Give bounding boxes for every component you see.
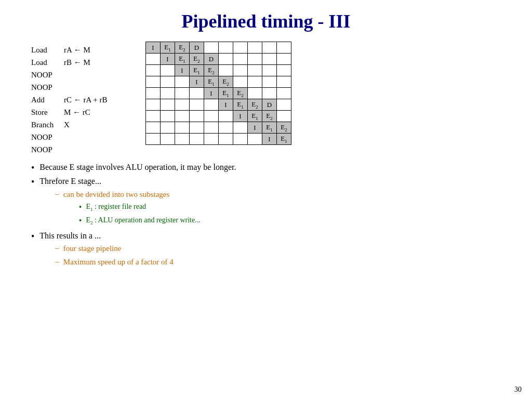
pipeline-cell: E2 bbox=[277, 122, 291, 134]
pipeline-cell: I bbox=[219, 99, 233, 111]
sub-bullet-item: –four stage pipeline bbox=[55, 242, 174, 255]
table-row: IE1E2 bbox=[146, 65, 291, 76]
sub-bullet-text: Maximum speed up of a factor of 4 bbox=[63, 258, 174, 266]
instruction-detail: rC ← rA + rB bbox=[64, 94, 107, 106]
pipeline-cell bbox=[190, 134, 204, 145]
instruction-row: AddrC ← rA + rB bbox=[31, 94, 135, 106]
sub-bullet-content: Maximum speed up of a factor of 4 bbox=[63, 256, 174, 269]
table-row: IE1E2D bbox=[146, 99, 291, 111]
sub-bullet-list: –four stage pipeline–Maximum speed up of… bbox=[55, 242, 174, 269]
bullet-list: •Because E stage involves ALU operation,… bbox=[31, 161, 501, 269]
pipeline-cell: E1 bbox=[219, 88, 233, 99]
pipeline-cell bbox=[233, 42, 248, 54]
bullet-item: •Because E stage involves ALU operation,… bbox=[31, 161, 501, 174]
sub-sub-dot: • bbox=[79, 201, 82, 214]
pipeline-cell bbox=[204, 111, 219, 122]
pipeline-cell bbox=[161, 134, 175, 145]
pipeline-cell bbox=[219, 111, 233, 122]
pipeline-cell: E2 bbox=[219, 76, 233, 88]
table-row: IE1E2D bbox=[146, 54, 291, 65]
sub-bullet-dash: – bbox=[55, 256, 59, 268]
instruction-name: Store bbox=[31, 106, 60, 118]
pipeline-cell bbox=[161, 76, 175, 88]
pipeline-cell bbox=[175, 88, 190, 99]
pipeline-cell bbox=[161, 99, 175, 111]
instruction-name: NOOP bbox=[31, 131, 60, 143]
pipeline-cell bbox=[248, 42, 262, 54]
instruction-row: NOOP bbox=[31, 143, 135, 156]
sub-bullet-list: –can be devided into two substages•E1 : … bbox=[55, 188, 200, 228]
pipeline-cell bbox=[219, 42, 233, 54]
pipeline-cell bbox=[262, 42, 277, 54]
pipeline-cell bbox=[175, 111, 190, 122]
pipeline-cell: D bbox=[190, 42, 204, 54]
sub-bullet-item: –can be devided into two substages•E1 : … bbox=[55, 188, 200, 228]
sub-bullet-text: can be devided into two substages bbox=[63, 190, 170, 198]
instruction-row: StoreM ← rC bbox=[31, 106, 135, 118]
bullet-text: Threfore E stage... bbox=[39, 177, 101, 185]
pipeline-cell: I bbox=[190, 76, 204, 88]
pipeline-cell: I bbox=[146, 42, 161, 54]
pipeline-cell bbox=[190, 122, 204, 134]
pipeline-cell bbox=[233, 54, 248, 65]
pipeline-cell bbox=[248, 88, 262, 99]
instruction-name: Load bbox=[31, 44, 60, 56]
sub-bullet-item: –Maximum speed up of a factor of 4 bbox=[55, 256, 174, 269]
sub-sub-text: E1 : register file read bbox=[86, 201, 146, 214]
pipeline-cell: E1 bbox=[161, 42, 175, 54]
pipeline-cell: I bbox=[204, 88, 219, 99]
pipeline-cell: E1 bbox=[190, 65, 204, 76]
instruction-row: NOOP bbox=[31, 81, 135, 94]
pipeline-cell: D bbox=[204, 54, 219, 65]
pipeline-cell: I bbox=[262, 134, 277, 145]
instruction-detail: rB ← M bbox=[64, 56, 90, 69]
sub-sub-dot: • bbox=[79, 215, 82, 228]
pipeline-cell bbox=[248, 134, 262, 145]
table-row: IE1E2 bbox=[146, 111, 291, 122]
table-row: IE1E2D bbox=[146, 42, 291, 54]
instruction-detail: X bbox=[64, 118, 70, 131]
pipeline-cell bbox=[262, 54, 277, 65]
pipeline-cell: E1 bbox=[262, 122, 277, 134]
pipeline-cell bbox=[262, 88, 277, 99]
pipeline-cell bbox=[219, 122, 233, 134]
bullet-dot: • bbox=[31, 231, 34, 243]
instruction-list: LoadrA ← MLoadrB ← MNOOPNOOPAddrC ← rA +… bbox=[31, 42, 135, 156]
instruction-name: Branch bbox=[31, 118, 60, 131]
pipeline-cell bbox=[277, 99, 291, 111]
pipeline-cell bbox=[219, 65, 233, 76]
slide: Pipelined timing - III LoadrA ← MLoadrB … bbox=[0, 0, 532, 399]
pipeline-cell: E2 bbox=[233, 88, 248, 99]
pipeline-cell: D bbox=[262, 99, 277, 111]
pipeline-cell: E2 bbox=[262, 111, 277, 122]
content-area: LoadrA ← MLoadrB ← MNOOPNOOPAddrC ← rA +… bbox=[31, 42, 501, 156]
pipeline-cell bbox=[204, 122, 219, 134]
bullet-text: This results in a ... bbox=[39, 231, 101, 240]
pipeline-cell bbox=[146, 134, 161, 145]
sub-bullet-text: four stage pipeline bbox=[63, 244, 122, 252]
pipeline-cell bbox=[146, 111, 161, 122]
pipeline-cell bbox=[146, 88, 161, 99]
instruction-name: Load bbox=[31, 56, 60, 69]
instruction-name: NOOP bbox=[31, 81, 60, 94]
table-row: IE1 bbox=[146, 134, 291, 145]
bullet-item: •Threfore E stage...–can be devided into… bbox=[31, 175, 501, 228]
bullet-dot: • bbox=[31, 162, 34, 174]
pipeline-cell bbox=[161, 122, 175, 134]
bullet-content: Threfore E stage...–can be devided into … bbox=[39, 175, 200, 228]
pipeline-cell bbox=[204, 42, 219, 54]
bullet-text: Because E stage involves ALU operation, … bbox=[39, 163, 236, 171]
pipeline-cell: I bbox=[161, 54, 175, 65]
instruction-row: LoadrB ← M bbox=[31, 56, 135, 69]
sub-bullet-content: can be devided into two substages•E1 : r… bbox=[63, 188, 201, 228]
slide-title: Pipelined timing - III bbox=[31, 10, 501, 32]
sub-bullet-dash: – bbox=[55, 188, 59, 200]
pipeline-cell bbox=[175, 76, 190, 88]
pipeline-table-container: IE1E2DIE1E2DIE1E2IE1E2IE1E2IE1E2DIE1E2IE… bbox=[145, 42, 291, 156]
pipeline-cell bbox=[277, 65, 291, 76]
pipeline-cell bbox=[233, 65, 248, 76]
pipeline-cell bbox=[146, 65, 161, 76]
pipeline-cell bbox=[262, 65, 277, 76]
bullet-item: •This results in a ...–four stage pipeli… bbox=[31, 230, 501, 269]
instruction-row: BranchX bbox=[31, 118, 135, 131]
